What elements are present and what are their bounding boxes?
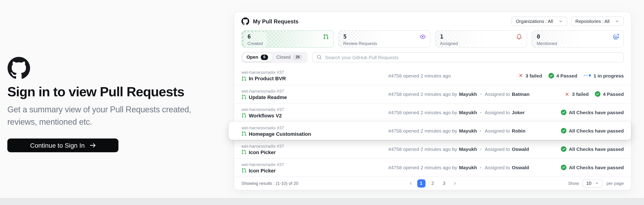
check-circle-icon bbox=[561, 128, 567, 133]
github-logo-icon bbox=[242, 17, 249, 25]
stat-card-review-requests[interactable]: 5 Review Requests bbox=[338, 30, 430, 48]
pr-repo: wei-harness/radix #37 bbox=[242, 125, 388, 130]
previous-page-button[interactable] bbox=[408, 180, 414, 187]
check-circle-icon bbox=[561, 146, 567, 152]
check-circle-icon bbox=[595, 91, 600, 97]
tab-open[interactable]: Open 6 bbox=[243, 53, 272, 61]
chevron-right-icon bbox=[452, 181, 457, 186]
repositories-filter-label: Repositories : All bbox=[576, 19, 610, 24]
check-circle-icon bbox=[561, 110, 567, 115]
stats-row: 6 Created 5 Review Requests 1 Assigned bbox=[234, 30, 631, 48]
stat-card-created[interactable]: 6 Created bbox=[242, 30, 334, 48]
pr-title: Workflows V2 bbox=[249, 113, 282, 118]
stat-card-mentioned[interactable]: 0 Mentioned bbox=[532, 30, 624, 48]
pr-author: Mayukh bbox=[459, 165, 477, 170]
assigned-to-label: Assigned to bbox=[485, 146, 510, 152]
x-icon bbox=[565, 91, 570, 97]
check-all-passed-label: All Checks have passed bbox=[569, 110, 624, 115]
pr-assignee: Joker bbox=[512, 110, 525, 115]
search-input[interactable] bbox=[325, 55, 619, 60]
pr-assignee: Robin bbox=[512, 128, 526, 133]
pr-row-icon-picker-1[interactable]: wei-harness/radix #37 Icon Picker #4758 … bbox=[234, 140, 631, 158]
pr-checks: All Checks have passed bbox=[561, 165, 624, 170]
check-all-passed: All Checks have passed bbox=[561, 146, 624, 152]
search-box[interactable] bbox=[312, 52, 624, 62]
continue-sign-in-button[interactable]: Continue to Sign In bbox=[7, 139, 118, 153]
check-failed-label: 3 failed bbox=[526, 73, 542, 78]
assigned-to-label: Assigned to bbox=[485, 91, 510, 97]
organizations-filter-label: Organizations : All bbox=[516, 19, 553, 24]
pr-repo: wei-harness/radix #37 bbox=[242, 143, 388, 148]
mentioned-count: 0 bbox=[537, 33, 557, 40]
dot-separator bbox=[480, 93, 482, 95]
eye-icon bbox=[420, 34, 425, 39]
pr-meta: #4758 opened 2 minutes ago bbox=[388, 73, 518, 78]
check-all-passed-label: All Checks have passed bbox=[569, 128, 624, 133]
show-label: Show bbox=[568, 181, 579, 186]
chevron-down-icon bbox=[595, 181, 599, 186]
chevron-left-icon bbox=[408, 181, 413, 186]
dot-separator bbox=[480, 148, 482, 150]
check-failed: 3 failed bbox=[565, 91, 589, 97]
check-circle-icon bbox=[548, 73, 554, 78]
organizations-filter-select[interactable]: Organizations : All bbox=[511, 16, 567, 26]
per-page-label: per page bbox=[606, 181, 624, 186]
git-pull-request-icon bbox=[242, 168, 246, 173]
pr-row-workflows-v2[interactable]: wei-harness/radix #37 Workflows V2 #4758… bbox=[234, 103, 631, 121]
git-pull-request-icon bbox=[242, 113, 246, 118]
tab-closed-label: Closed bbox=[276, 55, 290, 60]
chevron-down-icon bbox=[615, 19, 619, 23]
pr-row-homepage-customisation[interactable]: wei-harness/radix #37 Homepage Customisa… bbox=[228, 121, 631, 140]
panel-footer: Showing results : (1-10) of 20 1 2 3 Sho… bbox=[234, 176, 631, 190]
check-circle-icon bbox=[561, 165, 567, 170]
pr-row-in-product-bvr[interactable]: wei-harness/radix #37 In Product BVR #47… bbox=[234, 66, 631, 85]
pr-checks: All Checks have passed bbox=[561, 110, 624, 115]
pr-repo: wei-harness/radix #37 bbox=[242, 162, 388, 167]
page-button-1[interactable]: 1 bbox=[417, 179, 425, 188]
mention-icon bbox=[613, 34, 619, 39]
page-button-2[interactable]: 2 bbox=[428, 179, 437, 188]
panel-header: My Pull Requests Organizations : All Rep… bbox=[234, 12, 631, 30]
next-page-button[interactable] bbox=[452, 180, 458, 187]
check-passed: 4 Passed bbox=[595, 91, 624, 97]
check-all-passed-label: All Checks have passed bbox=[569, 146, 624, 152]
check-in-progress: 1 in progress bbox=[584, 73, 624, 78]
page-size-select[interactable]: 10 bbox=[583, 179, 603, 188]
pr-row-update-readme[interactable]: wei-harness/radix #37 Update Readme #475… bbox=[234, 85, 631, 103]
dot-separator bbox=[480, 130, 482, 131]
assigned-count: 1 bbox=[440, 33, 458, 40]
check-in-progress-label: 1 in progress bbox=[594, 73, 624, 78]
check-all-passed-label: All Checks have passed bbox=[569, 165, 624, 170]
git-pull-request-icon bbox=[323, 34, 329, 39]
pr-meta-text: #4758 opened 2 minutes ago by bbox=[388, 128, 457, 133]
my-pull-requests-panel: My Pull Requests Organizations : All Rep… bbox=[234, 11, 632, 190]
bell-icon bbox=[516, 34, 522, 39]
per-page-control: Show 10 per page bbox=[568, 179, 624, 188]
pr-meta-text: #4758 opened 2 minutes ago by bbox=[388, 91, 457, 97]
created-label: Created bbox=[248, 41, 263, 46]
arrow-right-icon bbox=[89, 142, 96, 149]
check-failed: 3 failed bbox=[518, 73, 542, 78]
page-button-3[interactable]: 3 bbox=[440, 179, 448, 188]
repositories-filter-select[interactable]: Repositories : All bbox=[571, 16, 624, 26]
pagination: 1 2 3 bbox=[408, 179, 458, 188]
git-pull-request-icon bbox=[242, 150, 246, 155]
assigned-label: Assigned bbox=[440, 41, 458, 46]
tab-closed[interactable]: Closed 26 bbox=[273, 53, 306, 61]
pr-row-icon-picker-2[interactable]: wei-harness/radix #37 Icon Picker #4758 … bbox=[234, 158, 631, 176]
signin-subtitle-line2: reviews, mentioned etc. bbox=[7, 116, 228, 129]
pr-author: Mayukh bbox=[459, 128, 477, 133]
stat-card-assigned[interactable]: 1 Assigned bbox=[435, 30, 527, 48]
pull-request-list: wei-harness/radix #37 In Product BVR #47… bbox=[234, 66, 631, 176]
pr-title: In Product BVR bbox=[249, 76, 286, 81]
chevron-down-icon bbox=[558, 19, 562, 23]
pr-meta: #4758 opened 2 minutes ago by Mayukh Ass… bbox=[388, 128, 561, 133]
bottom-strip bbox=[0, 198, 644, 205]
signin-panel: Sign in to view Pull Requests Get a summ… bbox=[7, 57, 228, 153]
pr-title: Homepage Customisation bbox=[249, 131, 311, 136]
pr-title: Icon Picker bbox=[249, 168, 276, 173]
check-passed: 4 Passed bbox=[548, 73, 577, 78]
pr-repo: wei-harness/radix #37 bbox=[242, 88, 388, 93]
list-toolbar: Open 6 Closed 26 bbox=[234, 48, 631, 66]
check-all-passed: All Checks have passed bbox=[561, 110, 624, 115]
